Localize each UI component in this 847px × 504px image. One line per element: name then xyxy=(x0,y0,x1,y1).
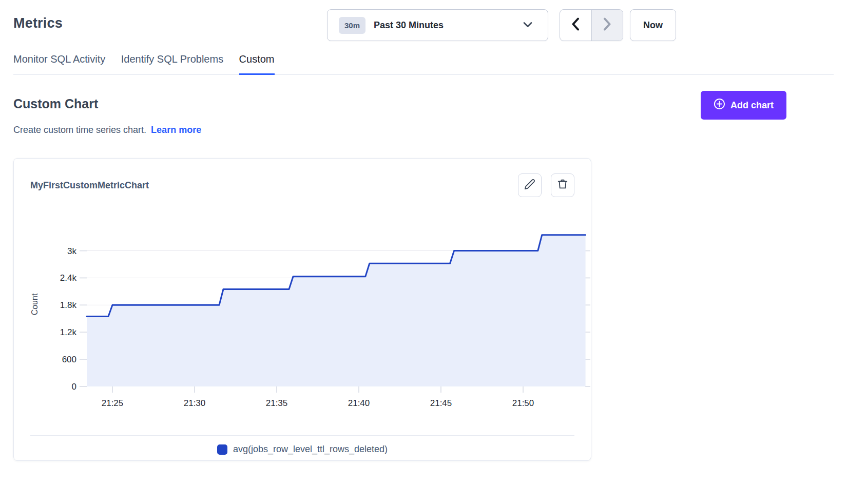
chart-actions xyxy=(518,173,574,197)
card-divider xyxy=(30,435,574,436)
svg-text:21:50: 21:50 xyxy=(512,398,534,408)
trash-icon xyxy=(557,179,568,192)
time-range-dropdown[interactable]: 30m Past 30 Minutes xyxy=(327,9,548,41)
metrics-tabs: Monitor SQL Activity Identify SQL Proble… xyxy=(13,51,834,75)
svg-text:21:25: 21:25 xyxy=(102,398,124,408)
time-range-badge: 30m xyxy=(339,17,365,34)
svg-text:2.4k: 2.4k xyxy=(60,273,77,283)
svg-text:3k: 3k xyxy=(67,246,76,256)
add-chart-label: Add chart xyxy=(730,100,774,111)
chart-legend: avg(jobs_row_level_ttl_rows_deleted) xyxy=(14,444,591,455)
tab-custom[interactable]: Custom xyxy=(239,51,275,75)
svg-text:1.2k: 1.2k xyxy=(60,327,77,337)
legend-swatch[interactable] xyxy=(217,444,227,455)
page-title: Metrics xyxy=(13,15,63,31)
svg-text:21:45: 21:45 xyxy=(430,398,452,408)
legend-label: avg(jobs_row_level_ttl_rows_deleted) xyxy=(233,444,388,455)
plus-circle-icon xyxy=(714,98,725,112)
time-range-label: Past 30 Minutes xyxy=(374,20,444,31)
learn-more-link[interactable]: Learn more xyxy=(151,125,201,135)
svg-text:Count: Count xyxy=(30,293,39,315)
svg-text:21:30: 21:30 xyxy=(184,398,206,408)
next-time-button[interactable] xyxy=(591,10,623,41)
delete-chart-button[interactable] xyxy=(551,173,574,197)
tab-identify-sql-problems[interactable]: Identify SQL Problems xyxy=(121,51,223,75)
custom-chart-plot[interactable]: 06001.2k1.8k2.4k3k21:2521:3021:3521:4021… xyxy=(17,212,591,411)
chart-title: MyFirstCustomMetricChart xyxy=(30,180,149,191)
svg-text:1.8k: 1.8k xyxy=(60,300,77,310)
add-chart-button[interactable]: Add chart xyxy=(701,91,786,120)
section-subtitle-text: Create custom time series chart. xyxy=(13,125,146,135)
svg-text:0: 0 xyxy=(72,382,76,392)
chevron-right-icon xyxy=(603,17,611,33)
edit-chart-button[interactable] xyxy=(518,173,542,197)
section-subtitle: Create custom time series chart. Learn m… xyxy=(13,125,201,135)
svg-text:21:35: 21:35 xyxy=(266,398,288,408)
custom-chart-card: MyFirstCustomMetricChart 06001.2k1.8k2.4… xyxy=(13,158,591,461)
svg-text:21:40: 21:40 xyxy=(348,398,370,408)
now-button[interactable]: Now xyxy=(630,9,676,41)
chevron-down-icon xyxy=(523,21,532,30)
metrics-page: Metrics 30m Past 30 Minutes Now Monitor … xyxy=(0,0,847,504)
section-title: Custom Chart xyxy=(13,96,98,111)
time-nav-group xyxy=(560,9,623,41)
svg-text:600: 600 xyxy=(62,355,76,364)
tab-monitor-sql-activity[interactable]: Monitor SQL Activity xyxy=(13,51,105,75)
pencil-icon xyxy=(524,179,535,192)
chevron-left-icon xyxy=(571,17,580,33)
prev-time-button[interactable] xyxy=(560,10,591,41)
custom-chart-plot-area: 06001.2k1.8k2.4k3k21:2521:3021:3521:4021… xyxy=(17,212,591,411)
